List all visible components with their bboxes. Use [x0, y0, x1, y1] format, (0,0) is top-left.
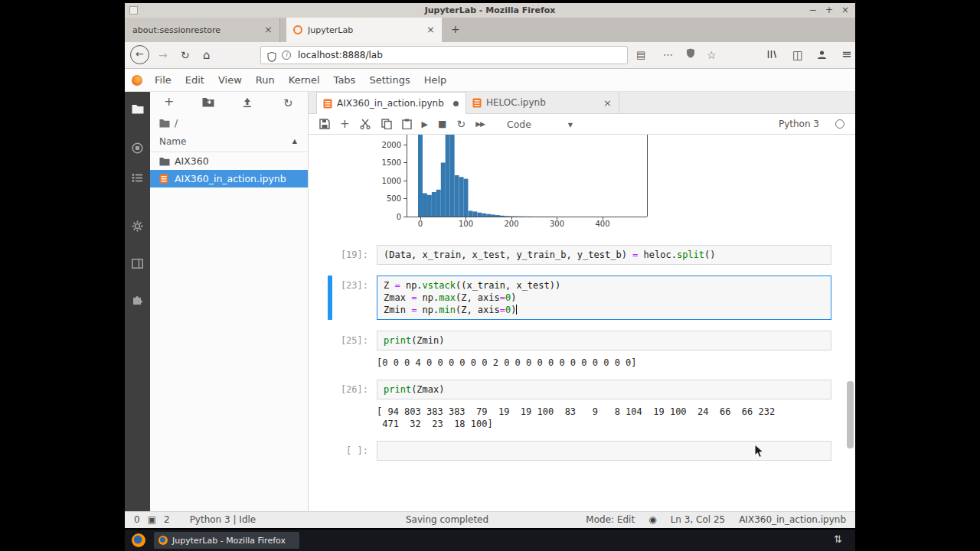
url-bar[interactable]: i localhost:8888/lab: [260, 46, 628, 64]
breadcrumb-root[interactable]: /: [175, 117, 178, 129]
add-cell-icon[interactable]: +: [340, 117, 350, 131]
menu-item-edit[interactable]: Edit: [178, 69, 211, 92]
tab-close-icon[interactable]: ×: [264, 24, 273, 35]
notebook-cell[interactable]: [25]:print(Zmin): [309, 331, 855, 350]
file-browser-icon[interactable]: [125, 103, 150, 117]
run-all-icon[interactable]: ▶▶: [475, 120, 485, 128]
tab-label: about:sessionrestore: [132, 25, 220, 35]
statusbar: 0 ▣ 2 Python 3 | Idle Saving completed M…: [125, 511, 855, 528]
run-cell-icon[interactable]: ▶: [422, 119, 428, 129]
sort-ascending-icon[interactable]: ▲: [292, 138, 297, 145]
tracking-shield-icon[interactable]: [267, 51, 276, 65]
cell-type-dropdown[interactable]: Code ▾: [507, 119, 573, 130]
home-button[interactable]: ⌂: [203, 48, 211, 62]
notebook-icon: [159, 174, 175, 184]
notebook-tab-heloc[interactable]: HELOC.ipynb ×: [466, 92, 619, 114]
copy-cells-icon[interactable]: [381, 119, 392, 129]
bookmark-star-icon[interactable]: ☆: [707, 49, 717, 61]
hamburger-menu-icon[interactable]: ≡: [841, 47, 851, 61]
svg-text:2000: 2000: [382, 141, 401, 149]
network-updown-icon[interactable]: ⇅: [834, 533, 842, 545]
command-palette-icon[interactable]: [125, 171, 150, 186]
tab-close-icon[interactable]: ×: [603, 97, 612, 109]
menu-item-run[interactable]: Run: [249, 69, 282, 92]
cell-input-area[interactable]: print(Zmax): [377, 380, 831, 399]
notebook-tab-aix360[interactable]: AIX360_in_action.ipynb: [316, 92, 466, 114]
name-column-header[interactable]: Name: [159, 136, 186, 147]
new-launcher-icon[interactable]: +: [164, 96, 174, 108]
restart-kernel-icon[interactable]: ↻: [456, 118, 466, 130]
cell-input-area[interactable]: print(Zmin): [377, 331, 831, 350]
paste-cells-icon[interactable]: [402, 119, 412, 129]
desktop: JupyterLab - Mozilla Firefox − + × about…: [125, 0, 855, 551]
file-item[interactable]: AIX360_in_action.ipynb: [150, 170, 308, 187]
browser-tab-jupyterlab[interactable]: JupyterLab ×: [286, 18, 442, 42]
site-info-icon[interactable]: i: [282, 51, 291, 60]
back-button[interactable]: ←: [130, 45, 149, 64]
url-text[interactable]: localhost:8888/lab: [298, 50, 383, 60]
kernel-status-text[interactable]: Python 3 | Idle: [190, 514, 256, 525]
menu-item-file[interactable]: File: [148, 69, 178, 92]
cursor-position[interactable]: Ln 3, Col 25: [671, 514, 726, 525]
pocket-icon[interactable]: [686, 48, 695, 60]
reader-view-icon[interactable]: ▤: [636, 49, 645, 60]
running-sessions-icon[interactable]: [125, 142, 150, 157]
new-folder-icon[interactable]: [202, 97, 214, 109]
breadcrumb[interactable]: /: [150, 115, 308, 133]
svg-text:300: 300: [550, 220, 564, 228]
new-tab-button[interactable]: +: [451, 23, 460, 35]
cell-collapser[interactable]: [328, 276, 332, 320]
reload-button[interactable]: ↻: [181, 48, 190, 62]
text-cursor: [516, 305, 517, 315]
scrollbar-thumb[interactable]: [847, 381, 854, 448]
forward-button[interactable]: →: [158, 48, 168, 62]
modified-dot-icon[interactable]: [453, 101, 459, 106]
refresh-icon[interactable]: ↻: [283, 97, 293, 109]
upload-icon[interactable]: [242, 97, 253, 110]
firefox-launcher-icon[interactable]: [132, 533, 145, 547]
account-icon[interactable]: [816, 49, 828, 64]
taskbar-window-button[interactable]: JupyterLab - Mozilla Firefox: [154, 532, 299, 549]
notebook-cell[interactable]: [26]:print(Zmax): [309, 380, 855, 399]
window-titlebar[interactable]: JupyterLab - Mozilla Firefox − + ×: [125, 3, 855, 18]
status-circle-icon[interactable]: ◉: [648, 514, 656, 525]
cell-input-area[interactable]: Z = np.vstack((x_train, x_test))Zmax = n…: [377, 276, 831, 320]
browser-tab-sessionrestore[interactable]: about:sessionrestore ×: [125, 18, 280, 42]
menu-item-settings[interactable]: Settings: [362, 69, 416, 92]
tab-close-icon[interactable]: ×: [426, 24, 435, 35]
menu-item-view[interactable]: View: [211, 69, 249, 92]
minimize-icon[interactable]: −: [809, 5, 817, 15]
file-browser-panel: + ↻ / Name ▲ AIX360AIX360_in_action.ipyn: [150, 92, 309, 511]
file-list-header[interactable]: Name ▲: [150, 133, 308, 152]
kernel-name[interactable]: Python 3: [779, 119, 819, 129]
file-item[interactable]: AIX360: [150, 152, 308, 170]
notebook-content[interactable]: 01002003004000500100015002000 [19]:(Data…: [309, 135, 855, 511]
kernel-status-icon[interactable]: [835, 119, 844, 129]
library-icon[interactable]: [766, 49, 777, 63]
property-inspector-icon[interactable]: [125, 220, 150, 235]
open-tabs-icon[interactable]: [125, 257, 150, 272]
status-message: Saving completed: [406, 514, 488, 525]
mode-indicator[interactable]: Mode: Edit: [586, 514, 635, 525]
terminal-count[interactable]: 0: [134, 514, 140, 525]
cut-cells-icon[interactable]: [360, 119, 371, 129]
notebook-cell[interactable]: [23]:Z = np.vstack((x_train, x_test))Zma…: [309, 276, 855, 320]
save-icon[interactable]: [319, 119, 330, 129]
cell-input-area[interactable]: (Data, x_train, x_test, y_train_b, y_tes…: [377, 245, 831, 265]
svg-text:500: 500: [387, 194, 401, 203]
svg-text:1000: 1000: [382, 177, 401, 185]
menu-item-help[interactable]: Help: [417, 69, 454, 92]
notebook-cell[interactable]: [19]:(Data, x_train, x_test, y_train_b, …: [309, 245, 855, 265]
page-actions-icon[interactable]: ⋯: [663, 49, 673, 60]
maximize-icon[interactable]: +: [825, 5, 833, 15]
stop-kernel-icon[interactable]: ■: [438, 119, 446, 129]
menu-item-tabs[interactable]: Tabs: [327, 69, 363, 92]
sidebar-icon[interactable]: ◫: [792, 48, 803, 62]
notebook-cell[interactable]: [ ]:: [309, 441, 855, 461]
kernel-count[interactable]: 2: [164, 514, 170, 525]
menu-item-kernel[interactable]: Kernel: [282, 69, 327, 92]
close-icon[interactable]: ×: [841, 5, 849, 15]
cell-prompt: [26]:: [309, 380, 373, 399]
extension-manager-icon[interactable]: [125, 294, 150, 308]
jupyter-favicon: [293, 25, 302, 34]
